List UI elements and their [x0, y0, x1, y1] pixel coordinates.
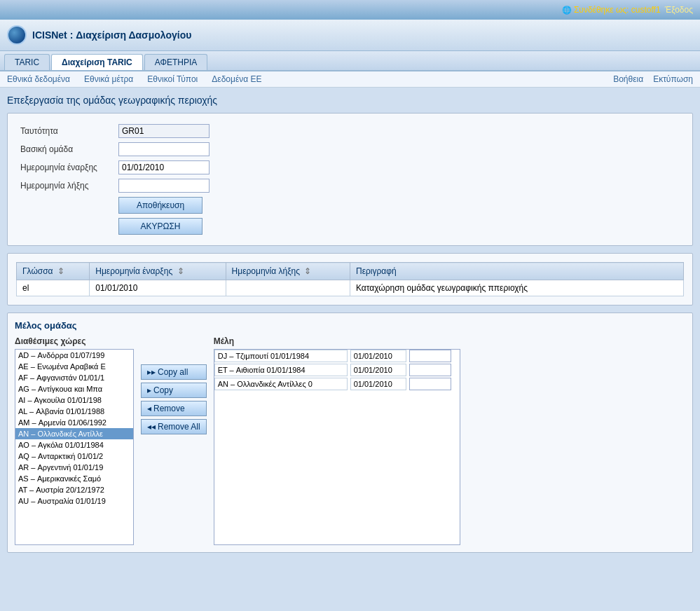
list-item[interactable]: AG – Αντίγκουα και Μπα [15, 383, 133, 394]
form-table: Ταυτότητα Βασική ομάδα Ημερομηνία έναρξη… [16, 122, 214, 237]
list-item[interactable]: AR – Αργεντινή 01/01/19 [15, 462, 133, 473]
app-title: ICISNet : Διαχείριση Δασμολογίου [32, 29, 191, 41]
remove-all-button[interactable]: ◂◂ Remove All [141, 419, 207, 434]
member-end-input-1[interactable] [409, 350, 451, 362]
list-item[interactable]: AS – Αμερικανικές Σαμό [15, 473, 133, 484]
sort-start-icon[interactable]: ⇕ [177, 266, 184, 276]
subnav-national-types[interactable]: Εθνικοί Τύποι [147, 74, 198, 84]
col-start-date: Ημερομηνία έναρξης ⇕ [90, 263, 226, 280]
row-description: Καταχώρηση ομάδας γεωγραφικής ππεριοχής [350, 280, 684, 296]
member-end-input-2[interactable] [409, 364, 451, 376]
member-start-1: 01/01/2010 [350, 350, 406, 362]
sort-language-icon[interactable]: ⇕ [57, 266, 64, 276]
form-row-end-date: Ημερομηνία λήξης [16, 177, 214, 195]
globe-icon [7, 25, 27, 45]
remove-all-icon: ◂◂ [147, 422, 156, 432]
start-date-input[interactable] [118, 160, 210, 174]
description-table-header: Γλώσσα ⇕ Ημερομηνία έναρξης ⇕ Ημερομηνία… [17, 263, 684, 280]
identity-label: Ταυτότητα [16, 122, 114, 140]
member-end-input-3[interactable] [409, 378, 451, 390]
form-row-save: Αποθήκευση [16, 195, 214, 216]
help-link[interactable]: Βοήθεια [613, 74, 643, 84]
sort-end-icon[interactable]: ⇕ [304, 266, 311, 276]
user-info: 🌐 Συνδέθηκε ως: custoff1 Έξοδος [562, 5, 693, 15]
available-countries-container: Διαθέσιμες χώρες AD – Ανδόρρα 01/07/199 … [15, 336, 134, 545]
list-item[interactable]: AO – Αγκόλα 01/01/1984 [15, 439, 133, 451]
members-inner: DJ – Τζιμπουτί 01/01/1984 01/01/2010 ET … [214, 350, 460, 390]
col-language: Γλώσσα ⇕ [17, 263, 90, 280]
print-link[interactable]: Εκτύπωση [653, 74, 693, 84]
member-name-3: AN – Ολλανδικές Αντίλλες 0 [214, 378, 348, 390]
list-item[interactable]: AD – Ανδόρρα 01/07/199 [15, 350, 133, 361]
description-panel: Γλώσσα ⇕ Ημερομηνία έναρξης ⇕ Ημερομηνία… [7, 253, 693, 306]
list-item[interactable]: AI – Αγκουίλα 01/01/198 [15, 394, 133, 406]
tab-taric[interactable]: TARIC [4, 54, 50, 70]
tab-manage-taric[interactable]: Διαχείριση TARIC [51, 54, 143, 70]
member-name-1: DJ – Τζιμπουτί 01/01/1984 [214, 350, 348, 362]
member-start-3: 01/01/2010 [350, 378, 406, 390]
remove-icon: ◂ [147, 404, 151, 413]
list-item-selected[interactable]: AN – Ολλανδικές Αντίλλε [15, 428, 133, 439]
cancel-button[interactable]: ΑΚΥΡΩΣΗ [118, 218, 203, 235]
row-language: el [17, 280, 90, 296]
member-row-2: ET – Αιθιοπία 01/01/1984 01/01/2010 [214, 364, 460, 376]
available-label: Διαθέσιμες χώρες [15, 336, 134, 346]
member-row-3: AN – Ολλανδικές Αντίλλες 0 01/01/2010 [214, 378, 460, 390]
list-item[interactable]: AF – Αφγανιστάν 01/01/1 [15, 372, 133, 383]
list-item[interactable]: AT – Αυστρία 20/12/1972 [15, 484, 133, 495]
list-item[interactable]: AE – Ενωμένα Αραβικά Ε [15, 361, 133, 372]
identity-input[interactable] [118, 124, 210, 138]
col-end-date: Ημερομηνία λήξης ⇕ [226, 263, 350, 280]
main-content: Επεξεργασία της ομάδας γεωγραφικής περιο… [0, 88, 700, 567]
copy-all-button[interactable]: ▸▸ Copy all [141, 364, 207, 380]
members-scroll-area[interactable]: DJ – Τζιμπουτί 01/01/1984 01/01/2010 ET … [214, 349, 460, 545]
end-date-label: Ημερομηνία λήξης [16, 177, 114, 195]
copy-button[interactable]: ▸ Copy [141, 383, 207, 398]
base-group-input[interactable] [118, 142, 210, 156]
top-bar: 🌐 Συνδέθηκε ως: custoff1 Έξοδος [0, 0, 700, 20]
member-name-2: ET – Αιθιοπία 01/01/1984 [214, 364, 348, 376]
members-list-container: Μέλη DJ – Τζιμπουτί 01/01/1984 01/01/201… [214, 336, 460, 545]
tab-bar: TARIC Διαχείριση TARIC ΑΦΕΤΗΡΙΑ [0, 51, 700, 71]
member-start-2: 01/01/2010 [350, 364, 406, 376]
table-row: el 01/01/2010 Καταχώρηση ομάδας γεωγραφι… [17, 280, 684, 296]
form-row-cancel: ΑΚΥΡΩΣΗ [16, 216, 214, 237]
save-button[interactable]: Αποθήκευση [118, 197, 203, 214]
members-layout: Διαθέσιμες χώρες AD – Ανδόρρα 01/07/199 … [15, 336, 685, 545]
members-title: Μέλος ομάδας [15, 320, 685, 331]
row-end-date [226, 280, 350, 296]
form-row-base-group: Βασική ομάδα [16, 140, 214, 158]
tab-afethria[interactable]: ΑΦΕΤΗΡΙΑ [144, 54, 208, 70]
subnav-eu-data[interactable]: Δεδομένα ΕΕ [212, 74, 261, 84]
col-description: Περιγραφή [350, 263, 684, 280]
list-item[interactable]: AU – Αυστραλία 01/01/19 [15, 495, 133, 507]
username-label: Συνδέθηκε ως: custoff1 [574, 5, 661, 15]
subnav-national-measures[interactable]: Εθνικά μέτρα [84, 74, 133, 84]
end-date-input[interactable] [118, 179, 210, 193]
description-table: Γλώσσα ⇕ Ημερομηνία έναρξης ⇕ Ημερομηνία… [16, 262, 684, 296]
member-row-1: DJ – Τζιμπουτί 01/01/1984 01/01/2010 [214, 350, 460, 362]
logout-link[interactable]: Έξοδος [665, 5, 693, 15]
list-item[interactable]: AM – Αρμενία 01/06/1992 [15, 417, 133, 428]
page-title: Επεξεργασία της ομάδας γεωγραφικής περιο… [7, 95, 693, 106]
form-row-identity: Ταυτότητα [16, 122, 214, 140]
copy-icon: ▸ [147, 385, 151, 395]
members-panel: Μέλος ομάδας Διαθέσιμες χώρες AD – Ανδόρ… [7, 313, 693, 553]
subnav-national-data[interactable]: Εθνικά δεδομένα [7, 74, 70, 84]
form-row-start-date: Ημερομηνία έναρξης [16, 158, 214, 177]
start-date-label: Ημερομηνία έναρξης [16, 158, 114, 177]
base-group-label: Βασική ομάδα [16, 140, 114, 158]
app-header: ICISNet : Διαχείριση Δασμολογίου [0, 20, 700, 51]
list-item[interactable]: AQ – Ανταρκτική 01/01/2 [15, 451, 133, 462]
row-start-date: 01/01/2010 [90, 280, 226, 296]
available-countries-list[interactable]: AD – Ανδόρρα 01/07/199 AE – Ενωμένα Αραβ… [15, 349, 134, 545]
copy-all-icon: ▸▸ [147, 367, 156, 377]
sub-nav: Εθνικά δεδομένα Εθνικά μέτρα Εθνικοί Τύπ… [0, 71, 700, 88]
remove-button[interactable]: ◂ Remove [141, 401, 207, 416]
list-item[interactable]: AL – Αλβανία 01/01/1988 [15, 406, 133, 417]
action-buttons: ▸▸ Copy all ▸ Copy ◂ Remove ◂◂ Remove Al… [141, 364, 207, 434]
members-label: Μέλη [214, 336, 460, 346]
form-panel: Ταυτότητα Βασική ομάδα Ημερομηνία έναρξη… [7, 113, 693, 246]
